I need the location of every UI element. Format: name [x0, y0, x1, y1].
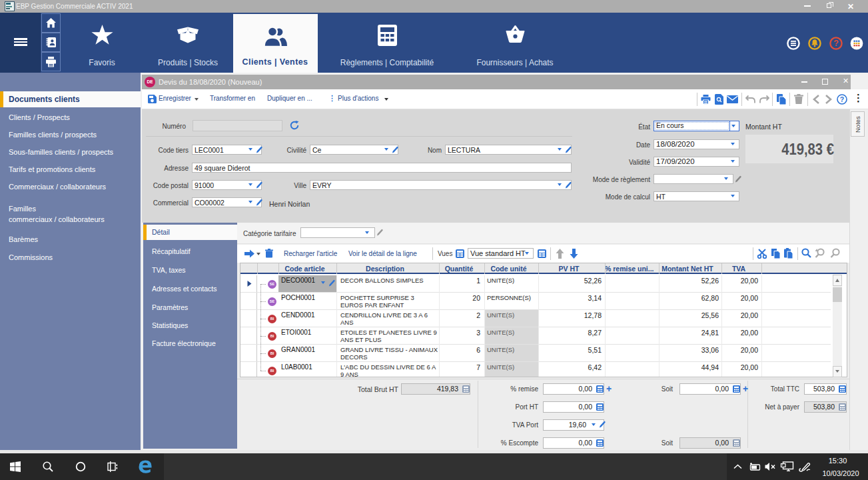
svg-text:?: ?: [833, 39, 839, 48]
svg-text:?: ?: [840, 95, 844, 103]
